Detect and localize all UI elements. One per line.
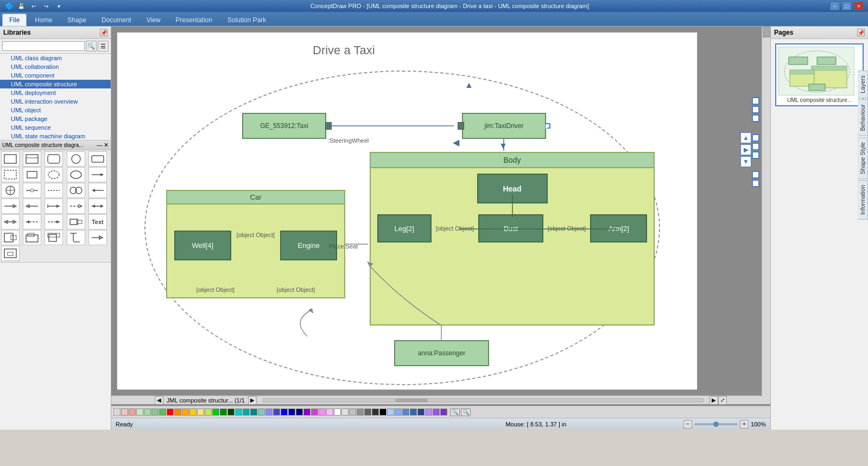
pages-pin[interactable]: 📌 bbox=[857, 29, 865, 36]
lib-item-class[interactable]: UML class diagram bbox=[0, 54, 111, 62]
zoom-out-status[interactable]: 🔍 bbox=[461, 408, 471, 416]
swatch-dark-green[interactable] bbox=[220, 408, 227, 416]
tab-shape-style[interactable]: Shape Style bbox=[858, 137, 868, 179]
tab-view[interactable]: View bbox=[140, 14, 168, 26]
shape-rect-tl[interactable] bbox=[23, 230, 41, 245]
nav-up[interactable]: ▲ bbox=[740, 132, 751, 143]
shape-rect-h[interactable] bbox=[23, 151, 41, 167]
swatch-yellow[interactable] bbox=[189, 408, 197, 416]
shape-arr-fw[interactable] bbox=[88, 230, 107, 245]
tab-shape[interactable]: Shape bbox=[60, 14, 93, 26]
lib-item-object[interactable]: UML object bbox=[0, 106, 111, 114]
lib-item-state[interactable]: UML state machine diagram bbox=[0, 132, 111, 141]
shape-rect-f[interactable] bbox=[67, 214, 85, 229]
body-box[interactable]: Body Head Leg[2] [ob bbox=[370, 152, 655, 325]
handle-tl[interactable] bbox=[752, 97, 759, 105]
swatch-gray[interactable] bbox=[349, 408, 356, 416]
swatch-lime[interactable] bbox=[205, 408, 212, 416]
shape-rect-r[interactable] bbox=[88, 151, 107, 167]
h-scroll-track[interactable] bbox=[262, 398, 704, 403]
minimize-button[interactable]: − bbox=[830, 2, 840, 10]
swatch-periwinkle[interactable] bbox=[265, 408, 273, 416]
swatch-light-teal[interactable] bbox=[258, 408, 265, 416]
shape-arr-r[interactable] bbox=[45, 214, 63, 229]
swatch-baby-blue[interactable] bbox=[387, 408, 394, 416]
swatch-very-dark-gray[interactable] bbox=[372, 408, 379, 416]
nav-right[interactable]: ▶ bbox=[740, 144, 751, 155]
close-button[interactable]: × bbox=[854, 2, 864, 10]
swatch-blue-med[interactable] bbox=[273, 408, 280, 416]
page-prev[interactable]: ◀ bbox=[155, 396, 163, 405]
swatch-dark-teal[interactable] bbox=[250, 408, 257, 416]
more-qat[interactable]: ▾ bbox=[53, 1, 64, 11]
swatch-deep-purple[interactable] bbox=[440, 408, 447, 416]
bust-box[interactable]: Bust bbox=[478, 214, 543, 242]
handle-tm[interactable] bbox=[752, 106, 759, 113]
shape-rect-c[interactable] bbox=[45, 151, 63, 167]
tab-home[interactable]: Home bbox=[28, 14, 59, 26]
lib-item-interaction[interactable]: UML interaction overview bbox=[0, 97, 111, 106]
toolbar-minimize[interactable]: — bbox=[97, 142, 103, 149]
vertical-scrollbar[interactable] bbox=[762, 27, 770, 397]
swatch-pink[interactable] bbox=[319, 408, 326, 416]
swatch-white[interactable] bbox=[334, 408, 341, 416]
driver-connector-r[interactable]: ▶ bbox=[545, 123, 550, 129]
scrollbar-thumb-v[interactable] bbox=[763, 27, 770, 37]
shape-circle-c[interactable] bbox=[67, 183, 85, 198]
lib-item-composite[interactable]: UML composite structure bbox=[0, 80, 111, 88]
shape-rect-s[interactable] bbox=[23, 167, 41, 182]
shape-arrow-l[interactable] bbox=[88, 183, 107, 198]
swatch-medium-blue[interactable] bbox=[410, 408, 417, 416]
canvas-scroll[interactable]: ▲ ▶ ▼ Drive a Taxi ▲ GE_553912:Taxi bbox=[111, 27, 770, 406]
swatch-cyan[interactable] bbox=[235, 408, 242, 416]
shape-rect-tr[interactable] bbox=[45, 230, 63, 245]
swatch-very-dark-green[interactable] bbox=[227, 408, 235, 416]
shape-circle[interactable] bbox=[67, 151, 85, 167]
taxi-box[interactable]: GE_553912:Taxi bbox=[242, 113, 326, 139]
car-box[interactable]: Car Well[4] [object Object] Engine bbox=[166, 190, 345, 298]
swatch-blue[interactable] bbox=[281, 408, 288, 416]
head-box[interactable]: Head bbox=[477, 174, 548, 203]
shape-conn2[interactable] bbox=[45, 183, 63, 198]
swatch-yellow-light[interactable] bbox=[197, 408, 204, 416]
zoom-slider[interactable] bbox=[694, 423, 738, 425]
swatch-dark-gray[interactable] bbox=[364, 408, 371, 416]
driver-box[interactable]: jim:TaxiDriver ▶ bbox=[462, 113, 546, 139]
shape-conn1[interactable] bbox=[23, 183, 41, 198]
zoom-thumb[interactable] bbox=[713, 422, 719, 427]
page-thumbnail[interactable]: UML composite structure... bbox=[775, 43, 864, 106]
swatch-teal[interactable] bbox=[243, 408, 250, 416]
lib-item-package[interactable]: UML package bbox=[0, 114, 111, 123]
search-input[interactable] bbox=[2, 41, 85, 51]
lib-item-deployment[interactable]: UML deployment bbox=[0, 88, 111, 97]
swatch-salmon[interactable] bbox=[129, 408, 136, 416]
list-view-button[interactable]: ☰ bbox=[98, 41, 109, 52]
swatch-light-pink[interactable] bbox=[326, 408, 333, 416]
tab-presentation[interactable]: Presentation bbox=[169, 14, 219, 26]
swatch-navy[interactable] bbox=[296, 408, 303, 416]
swatch-green-light[interactable] bbox=[136, 408, 143, 416]
shape-cross[interactable] bbox=[1, 183, 20, 198]
horizontal-scrollbar[interactable]: ◀ JML composite structur... (1/1 ▶ ▶ ⤢ bbox=[111, 395, 770, 404]
lib-item-collaboration[interactable]: UML collaboration bbox=[0, 62, 111, 71]
undo-qat[interactable]: ↩ bbox=[28, 1, 39, 11]
handle-bl[interactable] bbox=[752, 171, 759, 178]
shape-multi1[interactable] bbox=[1, 199, 20, 214]
swatch-transparent[interactable] bbox=[113, 408, 121, 416]
swatch-cornflower[interactable] bbox=[395, 408, 402, 416]
arm-box[interactable]: Arm[2] bbox=[590, 214, 647, 242]
swatch-amber[interactable] bbox=[182, 408, 189, 416]
zoom-in-status[interactable]: 🔍 bbox=[450, 408, 460, 416]
redo-qat[interactable]: ↪ bbox=[41, 1, 52, 11]
swatch-dark-blue[interactable] bbox=[288, 408, 295, 416]
shape-dash1[interactable] bbox=[67, 199, 85, 214]
shape-rect-bl[interactable] bbox=[1, 230, 20, 245]
shape-arrow-s[interactable] bbox=[88, 199, 107, 214]
maximize-button[interactable]: □ bbox=[842, 2, 852, 10]
handle-ml[interactable] bbox=[752, 134, 759, 142]
search-button[interactable]: 🔍 bbox=[86, 41, 97, 52]
save-qat[interactable]: 💾 bbox=[16, 1, 27, 11]
scroll-expand[interactable]: ⤢ bbox=[718, 396, 727, 405]
well-box[interactable]: Well[4] bbox=[174, 231, 231, 260]
shape-arr-l[interactable] bbox=[23, 214, 41, 229]
